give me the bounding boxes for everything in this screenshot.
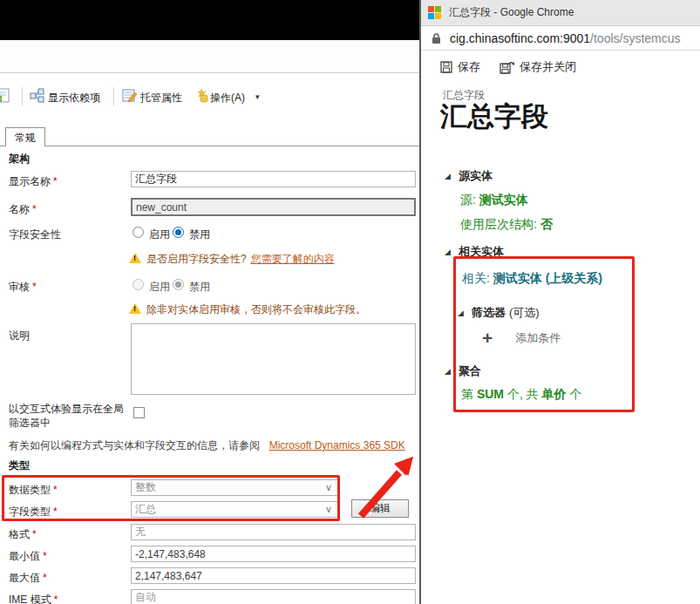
required-asterisk: *	[43, 572, 47, 584]
field-type-select[interactable]: 汇总 ∨	[131, 501, 338, 518]
field-security-disable-radio[interactable]	[173, 227, 184, 238]
warning-icon	[129, 303, 141, 314]
agg-part3: 个	[567, 387, 582, 401]
min-value-label: 最小值*	[9, 549, 47, 564]
field-security-warning: 是否启用字段安全性? 您需要了解的内容	[129, 252, 335, 267]
tree-node-label: 源实体	[459, 168, 493, 184]
label-text: 字段类型	[9, 506, 51, 518]
sdk-link[interactable]: Microsoft Dynamics 365 SDK	[269, 439, 405, 451]
tree-node-label: 聚合	[459, 363, 481, 379]
chrome-window: 汇总字段 - Google Chrome cig.chinasoftinc.co…	[419, 0, 700, 604]
chrome-urlbar[interactable]: cig.chinasoftinc.com:9001/tools/systemcu…	[421, 27, 700, 51]
warning-icon	[129, 253, 141, 263]
field-security-label: 字段安全性	[9, 227, 61, 242]
new-field-icon[interactable]	[0, 88, 10, 103]
field-security-enable-label[interactable]: 启用	[149, 227, 170, 242]
tree-expanded-icon[interactable]: ◢	[445, 367, 451, 376]
show-dependencies-button[interactable]: 显示依赖项	[48, 91, 100, 105]
agg-part2: 个, 共	[504, 387, 542, 401]
dynamics-toolbar: 显示依赖项 托管属性 操作(A) ▾	[0, 40, 419, 73]
data-type-label: 数据类型*	[9, 483, 58, 498]
tab-strip-line	[0, 146, 419, 146]
related-prefix: 相关:	[462, 271, 493, 285]
related-value: 测试实体 (上级关系)	[493, 271, 602, 285]
edit-button[interactable]: 编辑	[351, 499, 409, 518]
field-security-enable-radio[interactable]	[133, 227, 144, 238]
save-and-close-icon	[500, 61, 514, 74]
tree-node-related-entity[interactable]: ◢ 相关实体	[445, 244, 504, 260]
url-text[interactable]: cig.chinasoftinc.com:9001/tools/systemcu…	[450, 31, 681, 45]
label-text: 数据类型	[9, 484, 51, 496]
show-dependencies-icon	[30, 88, 44, 103]
audit-warning: 除非对实体启用审核，否则将不会审核此字段。	[129, 302, 366, 317]
save-button[interactable]: 保存	[440, 59, 480, 75]
min-value-input[interactable]: -2,147,483,648	[131, 546, 416, 562]
required-asterisk: *	[54, 594, 58, 604]
chevron-down-icon: ∨	[325, 482, 332, 493]
required-asterisk: *	[32, 528, 37, 540]
add-condition-button[interactable]: + 添加条件	[482, 328, 561, 349]
rollup-command-bar: 保存 保存并关闭	[421, 54, 700, 80]
hierarchy-state: 否	[540, 217, 553, 231]
data-type-select[interactable]: 整数 ∨	[131, 479, 338, 496]
lock-icon	[432, 32, 441, 44]
learn-more-link[interactable]: 您需要了解的内容	[251, 252, 335, 267]
format-label: 格式*	[9, 527, 37, 542]
audit-label: 审核*	[9, 280, 37, 295]
tab-general[interactable]: 常规	[5, 127, 45, 146]
toolbar-separator	[22, 87, 23, 106]
save-and-close-label: 保存并关闭	[520, 59, 576, 75]
field-security-disable-label[interactable]: 禁用	[189, 227, 210, 242]
sdk-note-text: 有关如何以编程方式与实体和字段交互的信息，请参阅	[9, 439, 260, 451]
audit-enable-radio	[133, 279, 144, 290]
section-type-heading: 类型	[9, 458, 30, 473]
chevron-down-icon: ∨	[325, 504, 332, 515]
required-asterisk: *	[53, 175, 58, 187]
description-label: 说明	[9, 329, 30, 343]
source-value: 测试实体	[479, 193, 528, 207]
url-host: cig.chinasoftinc.com:9001	[450, 31, 590, 45]
hierarchy-value[interactable]: 使用层次结构: 否	[460, 217, 553, 233]
toolbar-separator	[113, 87, 114, 106]
warning-text: 是否启用字段安全性?	[146, 252, 247, 267]
tree-node-source-entity[interactable]: ◢ 源实体	[445, 168, 493, 184]
display-name-input[interactable]: 汇总字段	[131, 171, 416, 187]
save-and-close-button[interactable]: 保存并关闭	[500, 59, 576, 75]
aggregation-value[interactable]: 第 SUM 个, 共 单价 个	[461, 387, 581, 403]
tree-node-aggregation[interactable]: ◢ 聚合	[445, 363, 481, 379]
tree-expanded-icon[interactable]: ◢	[445, 248, 451, 256]
tree-expanded-icon[interactable]: ◢	[445, 172, 451, 180]
related-entity-value[interactable]: 相关: 测试实体 (上级关系)	[462, 271, 602, 287]
plus-icon: +	[482, 328, 493, 349]
required-asterisk: *	[43, 550, 47, 562]
chrome-titlebar[interactable]: 汇总字段 - Google Chrome	[421, 0, 700, 26]
agg-field: 单价	[542, 387, 567, 401]
dropdown-caret-icon: ▾	[255, 92, 260, 101]
label-text: 显示名称	[9, 175, 51, 187]
description-textarea[interactable]	[131, 323, 416, 395]
tree-node-filter[interactable]: ◢ 筛选器 (可选)	[458, 305, 540, 321]
section-schema-heading: 架构	[9, 152, 30, 166]
managed-properties-icon	[122, 88, 137, 103]
chrome-window-title: 汇总字段 - Google Chrome	[449, 5, 574, 20]
tree-expanded-icon[interactable]: ◢	[458, 309, 464, 317]
actions-menu-button[interactable]: 操作(A)	[210, 91, 245, 105]
max-value-input[interactable]: 2,147,483,647	[131, 567, 416, 584]
ime-mode-label: IME 模式*	[9, 593, 58, 604]
agg-function: SUM	[477, 387, 504, 401]
screenshot-root: 显示依赖项 托管属性 操作(A) ▾ 常规 架构 显示名称* 汇总字段 名称* …	[0, 0, 700, 604]
source-entity-value[interactable]: 源: 测试实体	[460, 193, 528, 208]
max-value-label: 最大值*	[9, 571, 47, 586]
schema-name-input[interactable]: new_count	[131, 198, 416, 216]
interactive-filter-checkbox[interactable]	[133, 407, 145, 418]
managed-properties-button[interactable]: 托管属性	[140, 91, 182, 105]
audit-disable-label: 禁用	[189, 280, 210, 295]
label-text: 名称	[9, 203, 30, 215]
required-asterisk: *	[53, 484, 58, 496]
label-text: 格式	[9, 528, 30, 540]
actions-icon	[194, 88, 209, 103]
filter-optional-label: (可选)	[509, 305, 540, 321]
label-text: 最小值	[9, 550, 40, 562]
required-asterisk: *	[53, 506, 58, 518]
label-text: 审核	[9, 281, 30, 293]
